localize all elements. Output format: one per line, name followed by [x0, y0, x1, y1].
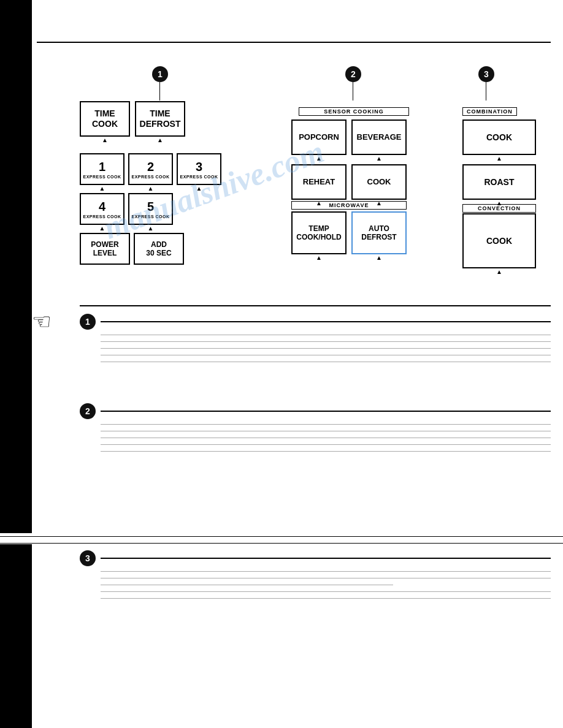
instr3-line3 — [101, 585, 393, 585]
instr3-line4 — [101, 591, 551, 592]
combination-label: COMBINATION — [462, 107, 517, 116]
badge-1: 1 — [152, 66, 168, 82]
roast-btn-wrap: ROAST ▲ — [462, 164, 536, 207]
time-defrost-button[interactable]: TIME DEFROST — [135, 101, 185, 137]
badge-3: 3 — [478, 66, 494, 82]
power-level-button[interactable]: POWER LEVEL — [80, 233, 130, 265]
auto-defrost-button[interactable]: AUTO DEFROST — [351, 211, 407, 254]
top-buttons-row: TIME COOK ▲ TIME DEFROST ▲ — [80, 101, 185, 143]
instruction-group-3: 3 — [80, 550, 551, 599]
instr2-line2 — [101, 431, 551, 431]
section-break — [0, 536, 563, 544]
power-level-wrapper: POWER LEVEL — [80, 233, 130, 265]
btn1-wrapper: 1 EXPRESS COOK ▲ — [80, 153, 124, 192]
sensor-cook-button[interactable]: COOK — [351, 164, 407, 200]
instr2-line1 — [101, 424, 551, 425]
power-add-row: POWER LEVEL ADD 30 SEC — [80, 233, 184, 265]
combo-cook-button[interactable]: COOK — [462, 119, 536, 155]
combo-cook-wrapper: COOK ▲ — [462, 119, 536, 162]
combo-cook-arrow: ▲ — [496, 156, 502, 162]
instr1-line4 — [101, 355, 551, 355]
roast-wrapper: ROAST ▲ — [462, 164, 536, 207]
reheat-wrapper: REHEAT ▲ — [291, 164, 347, 207]
instr3-line2 — [101, 578, 551, 578]
reheat-cook-row: REHEAT ▲ COOK ▲ — [291, 164, 407, 207]
time-defrost-wrapper: TIME DEFROST ▲ — [135, 101, 185, 143]
instr1-line1 — [101, 335, 551, 335]
temp-auto-row: TEMP COOK/HOLD ▲ AUTO DEFROST ▲ — [291, 211, 407, 261]
convection-cook-btn-wrap: COOK ▲ — [462, 213, 536, 275]
convection-label: CONVECTION — [462, 204, 536, 213]
combo-cook-btn-wrap: COOK ▲ — [462, 119, 536, 162]
express-cook-3-button[interactable]: 3 EXPRESS COOK — [177, 153, 221, 185]
sensor-cooking-label: SENSOR COOKING — [299, 107, 409, 116]
add-30sec-wrapper: ADD 30 SEC — [134, 233, 184, 265]
auto-defrost-wrapper: AUTO DEFROST ▲ — [351, 211, 407, 261]
express-cook-4-button[interactable]: 4 EXPRESS COOK — [80, 193, 124, 225]
btn5-wrapper: 5 EXPRESS COOK ▲ — [128, 193, 173, 232]
popcorn-button[interactable]: POPCORN — [291, 119, 347, 155]
instr1-line3 — [101, 348, 551, 349]
convection-cook-button[interactable]: COOK — [462, 213, 536, 268]
instruction-header-line-3 — [101, 558, 551, 559]
temp-cook-wrapper: TEMP COOK/HOLD ▲ — [291, 211, 347, 261]
roast-button[interactable]: ROAST — [462, 164, 536, 200]
left-sidebar — [0, 0, 32, 728]
badge1-line — [159, 82, 160, 100]
btn3-arrow: ▲ — [196, 186, 202, 192]
express-cook-2-button[interactable]: 2 EXPRESS COOK — [128, 153, 173, 185]
btn1-arrow: ▲ — [99, 186, 105, 192]
beverage-arrow: ▲ — [376, 156, 382, 162]
express-123-row: 1 EXPRESS COOK ▲ 2 EXPRESS COOK ▲ 3 EXPR… — [80, 153, 221, 192]
popcorn-wrapper: POPCORN ▲ — [291, 119, 347, 162]
badge2-line — [353, 82, 353, 100]
auto-defrost-arrow: ▲ — [376, 255, 382, 261]
temp-cook-button[interactable]: TEMP COOK/HOLD — [291, 211, 347, 254]
top-rule — [37, 42, 551, 43]
express-45-row: 4 EXPRESS COOK ▲ 5 EXPRESS COOK ▲ — [80, 193, 173, 232]
temp-cook-arrow: ▲ — [316, 255, 322, 261]
instr3-line5 — [101, 598, 551, 599]
instruction-header-line-1 — [101, 321, 551, 322]
instr3-line1 — [101, 571, 551, 572]
popcorn-arrow: ▲ — [316, 156, 322, 162]
convection-cook-arrow: ▲ — [496, 269, 502, 275]
instruction-header-line-2 — [101, 411, 551, 412]
add-30sec-button[interactable]: ADD 30 SEC — [134, 233, 184, 265]
btn2-arrow: ▲ — [148, 186, 154, 192]
express-cook-5-button[interactable]: 5 EXPRESS COOK — [128, 193, 173, 225]
btn4-arrow: ▲ — [99, 226, 105, 232]
beverage-wrapper: BEVERAGE ▲ — [351, 119, 407, 162]
hand-icon: ☞ — [32, 309, 52, 335]
instr1-line2 — [101, 341, 551, 342]
time-cook-button[interactable]: TIME COOK — [80, 101, 130, 137]
btn4-wrapper: 4 EXPRESS COOK ▲ — [80, 193, 124, 232]
instruction-badge-3: 3 — [80, 550, 96, 566]
instruction-group-1: 1 — [80, 314, 551, 362]
sensor-cook-wrapper: COOK ▲ — [351, 164, 407, 207]
instr1-line5 — [101, 362, 551, 362]
time-cook-arrow: ▲ — [102, 137, 108, 143]
btn5-arrow: ▲ — [148, 226, 154, 232]
instruction-group-2: 2 — [80, 403, 551, 452]
instruction-badge-1: 1 — [80, 314, 96, 330]
popcorn-beverage-row: POPCORN ▲ BEVERAGE ▲ — [291, 119, 407, 162]
badge3-line — [486, 82, 486, 100]
badge-2: 2 — [345, 66, 361, 82]
panel-divider — [80, 305, 551, 306]
instr2-line5 — [101, 451, 551, 452]
time-cook-wrapper: TIME COOK ▲ — [80, 101, 130, 143]
btn2-wrapper: 2 EXPRESS COOK ▲ — [128, 153, 173, 192]
express-cook-1-button[interactable]: 1 EXPRESS COOK — [80, 153, 124, 185]
microwave-label: MICROWAVE — [291, 201, 407, 210]
btn3-wrapper: 3 EXPRESS COOK ▲ — [177, 153, 221, 192]
reheat-button[interactable]: REHEAT — [291, 164, 347, 200]
convection-cook-wrapper: COOK ▲ — [462, 213, 536, 275]
instr2-line3 — [101, 438, 551, 438]
beverage-button[interactable]: BEVERAGE — [351, 119, 407, 155]
time-defrost-arrow: ▲ — [157, 137, 163, 143]
instruction-badge-2: 2 — [80, 403, 96, 419]
instr2-line4 — [101, 444, 551, 445]
